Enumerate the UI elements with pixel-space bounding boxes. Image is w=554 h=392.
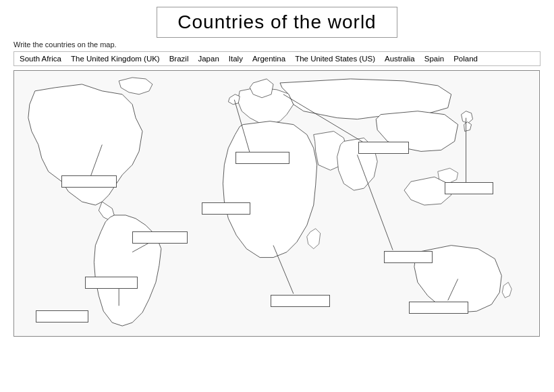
- country-item: The United Kingdom (UK): [71, 55, 160, 63]
- page-title: Countries of the world: [157, 7, 397, 38]
- country-item: Italy: [229, 55, 243, 63]
- instruction-text: Write the countries on the map.: [13, 40, 541, 49]
- label-box-argentina[interactable]: [85, 277, 138, 289]
- label-box-uk[interactable]: [236, 152, 289, 164]
- page-header: Countries of the world: [13, 7, 541, 38]
- label-box-poland[interactable]: [358, 142, 409, 154]
- label-box-middle[interactable]: [384, 251, 433, 263]
- country-item: Poland: [453, 55, 478, 63]
- label-box-argentina2[interactable]: [36, 310, 88, 323]
- country-item: The United States (US): [295, 55, 375, 63]
- label-box-australia[interactable]: [409, 302, 468, 314]
- label-box-spain[interactable]: [202, 202, 250, 215]
- country-list: South AfricaThe United Kingdom (UK)Brazi…: [13, 51, 541, 66]
- world-map: [13, 70, 540, 337]
- label-box-southafrica[interactable]: [271, 295, 330, 307]
- country-item: Australia: [385, 55, 415, 63]
- label-box-brazil[interactable]: [132, 231, 188, 244]
- country-item: Spain: [424, 55, 444, 63]
- country-item: Brazil: [169, 55, 189, 63]
- country-item: Japan: [198, 55, 219, 63]
- label-box-usa[interactable]: [61, 175, 117, 188]
- label-box-japan[interactable]: [445, 182, 493, 194]
- country-item: Argentina: [252, 55, 285, 63]
- country-item: South Africa: [20, 55, 61, 63]
